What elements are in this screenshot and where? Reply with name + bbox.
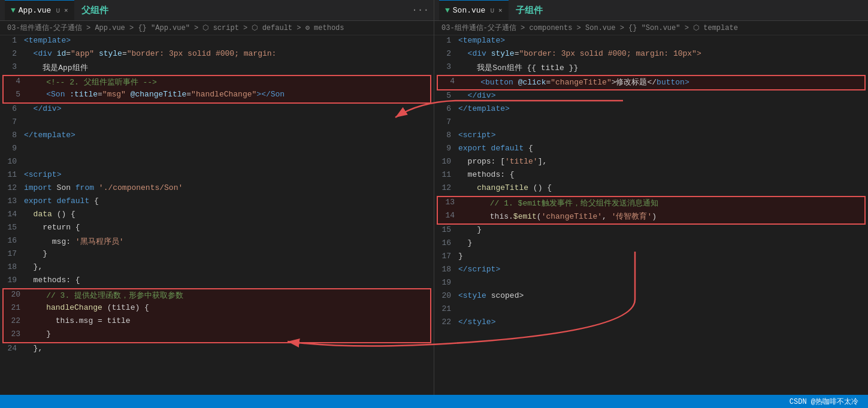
- table-row: 2 <div id="app" style="border: 3px solid…: [0, 49, 434, 62]
- table-row: 21 handleChange (title) {: [4, 303, 430, 316]
- table-row: 3 我是Son组件 {{ title }}: [434, 62, 868, 75]
- left-tab-modified: U: [56, 7, 60, 14]
- right-breadcrumb: 03-组件通信-父子通信 > components > Son.vue > {}…: [434, 21, 868, 35]
- left-tab-bar: ▼ App.vue U × 父组件 ···: [0, 0, 434, 21]
- right-tab-close[interactable]: ×: [498, 7, 503, 14]
- table-row: 21: [434, 304, 868, 317]
- table-row: 23 }: [4, 329, 430, 342]
- table-row: 20 <style scoped>: [434, 291, 868, 304]
- left-breadcrumb: 03-组件通信-父子通信 > App.vue > {} "App.vue" > …: [0, 21, 434, 35]
- table-row: 14 data () {: [0, 209, 434, 222]
- editor-container: ▼ App.vue U × 父组件 ··· 03-组件通信-父子通信 > App…: [0, 0, 868, 395]
- table-row: 15 }: [434, 225, 868, 238]
- table-row: 13 // 1. $emit触发事件，给父组件发送消息通知: [438, 197, 864, 210]
- right-pane-title: 子组件: [516, 5, 543, 16]
- table-row: 16 }: [434, 238, 868, 251]
- table-row: 18 },: [0, 262, 434, 275]
- left-tab-filename: App.vue: [19, 6, 52, 15]
- table-row: 4 <button @click="changeTitle">修改标题</but…: [438, 76, 864, 89]
- right-tab-bar: ▼ Son.vue U × 子组件: [434, 0, 868, 21]
- table-row: 5 <Son :title="msg" @changeTitle="handle…: [4, 89, 430, 102]
- table-row: 12 changeTitle () {: [434, 183, 868, 196]
- table-row: 6 </div>: [0, 104, 434, 117]
- table-row: 6 </template>: [434, 104, 868, 117]
- table-row: 7: [434, 117, 868, 130]
- table-row: 8 <script>: [434, 130, 868, 143]
- table-row: 2 <div style="border: 3px solid #000; ma…: [434, 49, 868, 62]
- table-row: 14 this.$emit('changeTitle', '传智教育'): [438, 210, 864, 223]
- right-tab[interactable]: ▼ Son.vue U ×: [439, 0, 509, 20]
- left-pane-title: 父组件: [81, 5, 108, 16]
- table-row: 16 msg: '黑马程序员': [0, 235, 434, 249]
- table-row: 10: [0, 156, 434, 170]
- table-row: 8 </template>: [0, 130, 434, 143]
- table-row: 9: [0, 143, 434, 156]
- table-row: 10 props: ['title'],: [434, 156, 868, 170]
- table-row: 24 },: [0, 343, 434, 356]
- table-row: 9 export default {: [434, 143, 868, 156]
- table-row: 3 我是App组件: [0, 62, 434, 75]
- status-bar: CSDN @热咖啡不太冷: [0, 395, 868, 408]
- vue-icon-right: ▼: [445, 6, 450, 15]
- left-pane: ▼ App.vue U × 父组件 ··· 03-组件通信-父子通信 > App…: [0, 0, 434, 395]
- left-tab-overflow[interactable]: ···: [412, 5, 429, 16]
- left-tab[interactable]: ▼ App.vue U ×: [5, 0, 74, 20]
- left-code-area[interactable]: 1 <template> 2 <div id="app" style="bord…: [0, 35, 434, 395]
- table-row: 22 this.msg = title: [4, 316, 430, 329]
- table-row: 22 </style>: [434, 317, 868, 330]
- table-row: 19: [434, 277, 868, 291]
- table-row: 5 </div>: [434, 90, 868, 104]
- table-row: 7: [0, 117, 434, 130]
- table-row: 19 methods: {: [0, 275, 434, 288]
- table-row: 11 <script>: [0, 170, 434, 183]
- right-tab-filename: Son.vue: [453, 6, 486, 15]
- right-tab-modified: U: [490, 7, 494, 14]
- table-row: 13 export default {: [0, 196, 434, 209]
- table-row: 15 return {: [0, 222, 434, 235]
- table-row: 20 // 3. 提供处理函数，形参中获取参数: [4, 289, 430, 303]
- table-row: 4 <!-- 2. 父组件监听事件 -->: [4, 76, 430, 89]
- right-pane: ▼ Son.vue U × 子组件 03-组件通信-父子通信 > compone…: [434, 0, 868, 395]
- vue-icon-left: ▼: [11, 6, 16, 15]
- table-row: 1 <template>: [0, 35, 434, 49]
- table-row: 17 }: [434, 251, 868, 264]
- left-tab-close[interactable]: ×: [64, 7, 68, 14]
- table-row: 18 </script>: [434, 264, 868, 277]
- status-text: CSDN @热咖啡不太冷: [790, 397, 858, 407]
- table-row: 1 <template>: [434, 35, 868, 49]
- table-row: 11 methods: {: [434, 170, 868, 183]
- table-row: 17 }: [0, 249, 434, 262]
- right-code-area[interactable]: 1 <template> 2 <div style="border: 3px s…: [434, 35, 868, 395]
- table-row: 12 import Son from './components/Son': [0, 183, 434, 196]
